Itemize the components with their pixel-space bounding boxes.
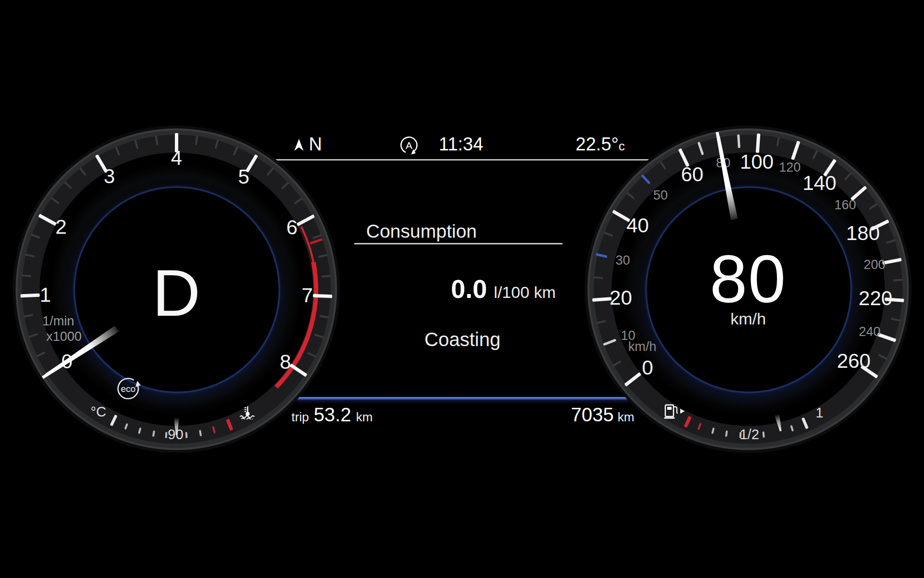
speedo-label-0: 0 <box>642 356 653 379</box>
speedo-tick-110 <box>776 137 780 147</box>
rpm-unit-line1: 1/min <box>42 313 82 329</box>
fuel-pump-icon <box>664 404 686 419</box>
consumption-readout: 0.0 l/100 km <box>451 274 556 304</box>
speedo-tick-90 <box>737 134 740 148</box>
auto-start-stop-icon: A <box>398 134 420 156</box>
trip-unit: km <box>356 410 373 425</box>
speedo-tick-55 <box>660 161 667 170</box>
trip-label: trip <box>291 410 309 425</box>
fuel-tick-3 <box>725 430 728 437</box>
digital-speed-value: 80 <box>584 240 912 318</box>
consumption-unit: l/100 km <box>494 283 556 302</box>
fuel-tick-5 <box>762 431 765 438</box>
speedo-tick-0 <box>624 372 642 387</box>
speedo-label-120: 120 <box>779 160 801 175</box>
speedo-tick-10 <box>603 339 616 346</box>
speedo-tick-5 <box>613 360 622 366</box>
clock: 11:34 <box>434 134 488 155</box>
speedo-tick-170 <box>869 203 878 210</box>
fuel-level-pointer <box>774 414 784 432</box>
speedo-label-160: 160 <box>834 197 856 212</box>
center-menu-underline <box>354 243 563 244</box>
coasting-status: Coasting <box>409 329 515 350</box>
svg-text:A: A <box>406 140 412 151</box>
tach-label-4: 4 <box>171 147 182 170</box>
odometer-value: 7035 <box>571 404 614 426</box>
bottom-blue-line <box>295 397 630 400</box>
speedo-tick-70 <box>697 142 704 155</box>
speedo-label-50: 50 <box>653 188 668 202</box>
svg-text:eco: eco <box>121 384 136 394</box>
speedo-tick-45 <box>626 192 635 200</box>
speedo-label-260: 260 <box>837 349 871 373</box>
eco-mode-icon: eco <box>114 375 142 403</box>
speedo-tick-130 <box>812 150 818 160</box>
tach-label-6: 6 <box>286 216 297 239</box>
fuel-tick-6 <box>790 425 794 432</box>
speedo-label-40: 40 <box>626 214 649 237</box>
coolant-temp-unit-label: °C <box>91 403 106 419</box>
speedo-tick-50 <box>641 174 650 184</box>
speedo-tick-120 <box>791 141 801 160</box>
rpm-unit-label: 1/min x1000 <box>42 313 82 345</box>
center-menu-title: Consumption <box>366 221 477 242</box>
fuel-tick-2 <box>711 428 714 434</box>
speedo-label-100: 100 <box>740 150 774 174</box>
speedo-tick-35 <box>604 231 613 237</box>
odometer-unit: km <box>618 410 634 425</box>
coolant-temp-tick-4 <box>165 432 167 438</box>
trip-odometer: trip 53.2 km <box>291 404 373 426</box>
speedo-tick-250 <box>878 354 887 360</box>
speedo-tick-150 <box>844 172 852 181</box>
speedo-scale-unit-label: km/h <box>628 339 657 354</box>
trip-value: 53.2 <box>314 404 351 426</box>
consumption-value: 0.0 <box>451 274 487 304</box>
speedo-label-140: 140 <box>803 172 836 195</box>
odometer: 7035 km <box>571 404 634 426</box>
fuel-tick-7 <box>802 417 809 429</box>
fuel-tick-1 <box>698 423 702 430</box>
rpm-unit-line2: x1000 <box>42 329 82 344</box>
instrument-cluster: N A 11:34 22.5°c Consumption 0.0 l/100 k… <box>0 0 924 578</box>
tach-label-2: 2 <box>55 215 66 239</box>
tach-label-5: 5 <box>238 165 249 188</box>
tach-label-8: 8 <box>280 350 291 374</box>
coolant-temperature-icon <box>239 406 256 419</box>
fuel-full-label: 1 <box>816 405 823 421</box>
digital-speed-unit: km/h <box>584 309 912 328</box>
tachometer-dial: 012345678°C90 D 1/min x1000 eco <box>13 125 340 453</box>
speedo-label-60: 60 <box>681 163 703 186</box>
tach-label-3: 3 <box>104 165 115 188</box>
fuel-half-label: 1/2 <box>739 426 759 442</box>
